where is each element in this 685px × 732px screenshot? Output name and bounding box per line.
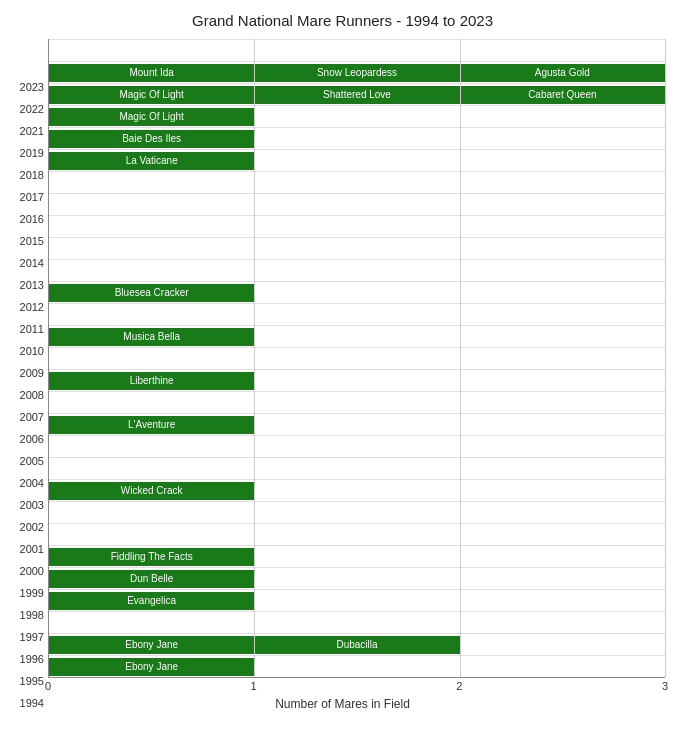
chart-row (49, 303, 665, 325)
chart-row (49, 611, 665, 633)
bar-label: Dubacilla (333, 639, 380, 650)
bar-label: Bluesea Cracker (112, 287, 192, 298)
bar-label: Baie Des Iles (119, 133, 184, 144)
chart-container: Grand National Mare Runners - 1994 to 20… (0, 0, 685, 732)
year-label: 2015 (0, 234, 44, 248)
chart-row (49, 237, 665, 259)
chart-row: Fiddling The Facts (49, 545, 665, 567)
bar: Wicked Crack (49, 482, 254, 500)
year-label: 2012 (0, 300, 44, 314)
chart-row (49, 193, 665, 215)
year-label: 2014 (0, 256, 44, 270)
x-tick-label: 0 (45, 680, 51, 692)
chart-row: Baie Des Iles (49, 127, 665, 149)
bar: Evangelica (49, 592, 254, 610)
chart-row: Musica Bella (49, 325, 665, 347)
bar: Fiddling The Facts (49, 548, 254, 566)
chart-row: Ebony Jane (49, 655, 665, 677)
bar-label: Liberthine (127, 375, 177, 386)
year-label: 2021 (0, 124, 44, 138)
bar-label: L'Aventure (125, 419, 178, 430)
bar: Dun Belle (49, 570, 254, 588)
bar: Ebony Jane (49, 658, 254, 676)
bar: Ebony Jane (49, 636, 254, 654)
year-label: 2010 (0, 344, 44, 358)
year-label: 2002 (0, 520, 44, 534)
chart-row (49, 435, 665, 457)
bar-label: Mount Ida (126, 67, 176, 78)
chart-row: Magic Of Light (49, 105, 665, 127)
chart-row: Ebony JaneDubacilla (49, 633, 665, 655)
bar: Cabaret Queen (460, 86, 665, 104)
chart-row: Wicked Crack (49, 479, 665, 501)
chart-row (49, 457, 665, 479)
chart-row: Bluesea Cracker (49, 281, 665, 303)
chart-row: Dun Belle (49, 567, 665, 589)
year-label: 2003 (0, 498, 44, 512)
chart-row: La Vaticane (49, 149, 665, 171)
grid-line (665, 39, 666, 677)
year-label: 1994 (0, 696, 44, 710)
bar: Magic Of Light (49, 86, 254, 104)
bar: Dubacilla (254, 636, 459, 654)
chart-row: Liberthine (49, 369, 665, 391)
bar: Musica Bella (49, 328, 254, 346)
chart-title: Grand National Mare Runners - 1994 to 20… (0, 0, 685, 35)
bar: Bluesea Cracker (49, 284, 254, 302)
bar: Liberthine (49, 372, 254, 390)
year-label: 2007 (0, 410, 44, 424)
bar-label: Wicked Crack (118, 485, 186, 496)
year-label: 2008 (0, 388, 44, 402)
bar: Magic Of Light (49, 108, 254, 126)
x-tick-label: 3 (662, 680, 668, 692)
bar-label: Snow Leopardess (314, 67, 400, 78)
bar-label: Magic Of Light (116, 89, 186, 100)
bar-label: Magic Of Light (116, 111, 186, 122)
year-label: 2001 (0, 542, 44, 556)
x-tick-label: 2 (456, 680, 462, 692)
year-label: 2017 (0, 190, 44, 204)
bar: Snow Leopardess (254, 64, 459, 82)
bar-label: Ebony Jane (122, 661, 181, 672)
chart-row (49, 171, 665, 193)
bar-label: La Vaticane (123, 155, 181, 166)
chart-row (49, 501, 665, 523)
chart-row (49, 391, 665, 413)
x-axis-label: Number of Mares in Field (0, 697, 685, 711)
chart-row: Magic Of LightShattered LoveCabaret Quee… (49, 83, 665, 105)
chart-row: L'Aventure (49, 413, 665, 435)
bar-label: Fiddling The Facts (108, 551, 196, 562)
chart-row (49, 259, 665, 281)
bar-label: Evangelica (124, 595, 179, 606)
bar-label: Shattered Love (320, 89, 394, 100)
chart-row (49, 39, 665, 61)
x-tick-label: 1 (251, 680, 257, 692)
year-label: 1998 (0, 608, 44, 622)
year-label: 2019 (0, 146, 44, 160)
year-label: 2018 (0, 168, 44, 182)
chart-row (49, 523, 665, 545)
bar-label: Cabaret Queen (525, 89, 599, 100)
chart-row: Mount IdaSnow LeopardessAgusta Gold (49, 61, 665, 83)
year-label: 2005 (0, 454, 44, 468)
chart-row (49, 347, 665, 369)
year-label: 2006 (0, 432, 44, 446)
year-label: 1996 (0, 652, 44, 666)
bar-label: Musica Bella (120, 331, 183, 342)
chart-row (49, 215, 665, 237)
bar: Mount Ida (49, 64, 254, 82)
year-label: 1997 (0, 630, 44, 644)
year-label: 2023 (0, 80, 44, 94)
bar: L'Aventure (49, 416, 254, 434)
year-label: 2000 (0, 564, 44, 578)
year-label: 2011 (0, 322, 44, 336)
chart-row: Evangelica (49, 589, 665, 611)
bar: Agusta Gold (460, 64, 665, 82)
year-label: 2016 (0, 212, 44, 226)
year-label: 2013 (0, 278, 44, 292)
bar: La Vaticane (49, 152, 254, 170)
bar: Baie Des Iles (49, 130, 254, 148)
year-label: 2009 (0, 366, 44, 380)
year-label: 2004 (0, 476, 44, 490)
bar: Shattered Love (254, 86, 459, 104)
